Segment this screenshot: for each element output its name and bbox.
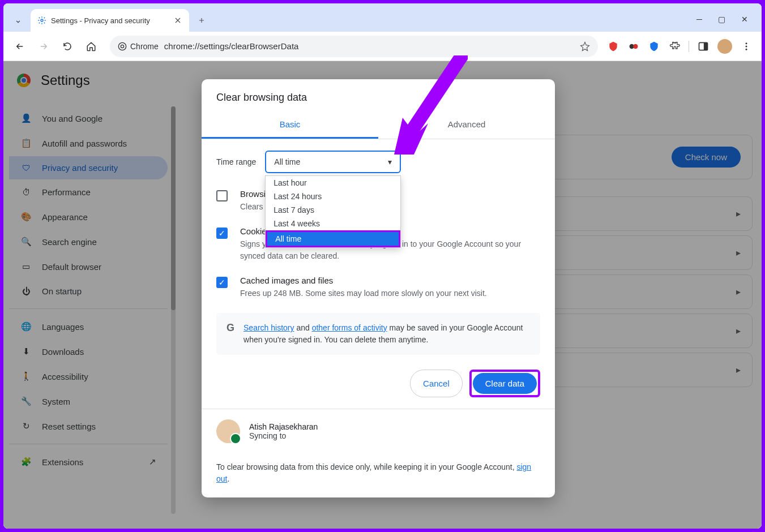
dropdown-option[interactable]: Last 7 days <box>266 203 400 217</box>
user-section: Atish Rajasekharan Syncing to <box>202 409 555 453</box>
svg-rect-6 <box>704 42 708 50</box>
maximize-button[interactable]: ▢ <box>718 15 725 24</box>
home-button[interactable] <box>82 37 101 56</box>
forward-button[interactable] <box>34 37 53 56</box>
back-button[interactable] <box>10 37 29 56</box>
user-avatar <box>216 419 240 443</box>
ext-icon-1[interactable] <box>607 40 619 53</box>
checkbox[interactable]: ✓ <box>216 277 228 288</box>
svg-point-1 <box>118 42 126 50</box>
gear-icon <box>37 16 46 25</box>
chevron-down-icon <box>14 18 22 25</box>
other-activity-link[interactable]: other forms of activity <box>312 323 387 332</box>
info-text: Search history and other forms of activi… <box>243 322 530 346</box>
dialog-footer: To clear browsing data from this device … <box>202 453 555 497</box>
bookmark-star-icon[interactable] <box>580 41 590 52</box>
time-range-label: Time range <box>216 157 256 166</box>
time-range-dropdown[interactable]: All time ▾ Last hour Last 24 hours Last … <box>265 151 401 173</box>
chrome-icon <box>118 42 127 51</box>
side-panel-button[interactable] <box>697 40 710 53</box>
search-history-link[interactable]: Search history <box>243 323 294 332</box>
extension-icons <box>607 39 755 54</box>
profile-avatar[interactable] <box>717 39 732 54</box>
tab-search-button[interactable] <box>8 11 28 32</box>
site-chip[interactable]: Chrome <box>118 42 159 51</box>
plus-icon <box>198 16 206 24</box>
checkbox[interactable] <box>216 190 228 201</box>
svg-point-2 <box>121 45 123 48</box>
titlebar: Settings - Privacy and security ─ ▢ ✕ <box>3 3 762 32</box>
ext-icon-3[interactable] <box>648 40 660 53</box>
extensions-button[interactable] <box>668 40 681 53</box>
url-text: chrome://settings/clearBrowserData <box>164 41 574 51</box>
dropdown-option-selected[interactable]: All time <box>266 230 400 247</box>
omnibox[interactable]: Chrome chrome://settings/clearBrowserDat… <box>110 36 598 57</box>
minimize-button[interactable]: ─ <box>696 15 702 24</box>
clear-data-button[interactable]: Clear data <box>473 373 537 394</box>
checkbox-label: Cached images and files <box>240 276 487 285</box>
ext-icon-2[interactable] <box>627 40 640 53</box>
tab-basic[interactable]: Basic <box>202 111 378 139</box>
toolbar: Chrome chrome://settings/clearBrowserDat… <box>3 32 762 61</box>
close-window-button[interactable]: ✕ <box>741 15 748 24</box>
info-box: G Search history and other forms of acti… <box>216 313 540 355</box>
browser-tab[interactable]: Settings - Privacy and security <box>31 9 189 32</box>
new-tab-button[interactable] <box>193 11 211 29</box>
caret-down-icon: ▾ <box>388 157 392 166</box>
dialog-title: Clear browsing data <box>202 79 555 111</box>
separator <box>689 41 689 52</box>
dropdown-button[interactable]: All time ▾ <box>265 151 401 173</box>
menu-button[interactable] <box>740 40 753 53</box>
svg-point-8 <box>746 45 747 47</box>
svg-point-4 <box>633 44 638 48</box>
dropdown-list: Last hour Last 24 hours Last 7 days Last… <box>265 175 401 248</box>
dropdown-value: All time <box>274 157 300 166</box>
annotation-highlight: Clear data <box>469 370 540 397</box>
dropdown-option[interactable]: Last 24 hours <box>266 190 400 203</box>
svg-point-0 <box>41 19 43 22</box>
chip-label: Chrome <box>130 42 159 51</box>
clear-browsing-data-dialog: Clear browsing data Basic Advanced Time … <box>202 79 555 497</box>
tab-advanced[interactable]: Advanced <box>378 111 555 139</box>
checkbox-description: Frees up 248 MB. Some sites may load mor… <box>240 288 487 299</box>
google-g-icon: G <box>226 322 234 346</box>
tab-title: Settings - Privacy and security <box>51 16 169 25</box>
sync-status: Syncing to <box>249 431 318 440</box>
checkbox[interactable]: ✓ <box>216 228 228 239</box>
reload-button[interactable] <box>58 37 77 56</box>
cancel-button[interactable]: Cancel <box>410 370 463 397</box>
checkbox-row-cache: ✓ Cached images and files Frees up 248 M… <box>216 276 540 299</box>
dialog-tabs: Basic Advanced <box>202 111 555 139</box>
user-name: Atish Rajasekharan <box>249 422 318 431</box>
close-icon[interactable] <box>173 16 182 25</box>
dropdown-option[interactable]: Last hour <box>266 176 400 190</box>
svg-point-7 <box>746 42 747 44</box>
window-controls: ─ ▢ ✕ <box>696 15 757 32</box>
svg-point-9 <box>746 48 747 50</box>
dropdown-option[interactable]: Last 4 weeks <box>266 217 400 230</box>
